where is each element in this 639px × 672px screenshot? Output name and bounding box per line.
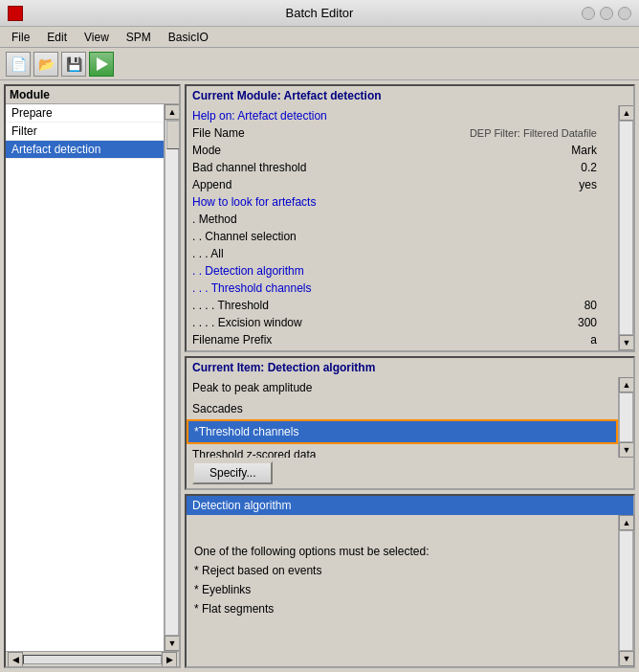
menu-basicio[interactable]: BasicIO — [161, 29, 216, 46]
title-bar: Batch Editor — [0, 0, 639, 27]
save-button[interactable]: 💾 — [61, 52, 86, 77]
module-item-artefect[interactable]: Artefact detection — [6, 141, 164, 159]
current-item-panel: Current Item: Detection algorithm Peak t… — [185, 356, 635, 490]
hscroll-left[interactable]: ◀ — [8, 652, 23, 667]
bottom-line-4: * Eyeblinks — [194, 582, 610, 597]
bottom-line-1 — [194, 525, 610, 540]
item-scroll-up[interactable]: ▲ — [619, 377, 633, 392]
close-button[interactable] — [618, 7, 631, 20]
menu-spm[interactable]: SPM — [119, 29, 159, 46]
module-hscroll: ◀ ▶ — [6, 651, 179, 666]
tree-row-bad-channel: Bad channel threshold 0.2 — [190, 159, 599, 176]
module-scroll-track[interactable] — [165, 120, 179, 636]
run-button[interactable] — [89, 52, 114, 77]
module-scroll-up[interactable]: ▲ — [165, 104, 179, 120]
module-item-prepare[interactable]: Prepare — [6, 104, 164, 123]
bottom-panel-header: Detection algorithm — [187, 496, 633, 515]
module-list-area: Prepare Filter Artefact detection ▲ ▼ — [6, 104, 179, 651]
maximize-button[interactable] — [600, 7, 613, 20]
item-list: Peak to peak amplitude Saccades *Thresho… — [187, 377, 618, 458]
item-threshold-channels[interactable]: *Threshold channels — [187, 419, 618, 444]
menu-view[interactable]: View — [77, 29, 117, 46]
left-panel: Module Prepare Filter Artefact detection… — [4, 84, 181, 668]
hscroll-track[interactable] — [23, 655, 162, 664]
module-item-filter[interactable]: Filter — [6, 123, 164, 141]
item-scroll-track[interactable] — [619, 392, 633, 442]
bottom-panel: Detection algorithm One of the following… — [185, 494, 635, 668]
minimize-button[interactable] — [582, 7, 595, 20]
item-peak[interactable]: Peak to peak amplitude — [187, 377, 618, 398]
bottom-scroll-area: One of the following options must be sel… — [187, 515, 633, 666]
window-controls — [582, 7, 631, 20]
bottom-content: One of the following options must be sel… — [187, 515, 618, 666]
current-module-header: Current Module: Artefact detection — [187, 86, 633, 105]
menu-edit[interactable]: Edit — [39, 29, 75, 46]
tree-row-filename: File Name DEP Filter: Filtered Datafile — [190, 124, 599, 142]
current-module-panel: Current Module: Artefact detection Help … — [185, 84, 635, 352]
item-threshold-z[interactable]: Threshold z-scored data — [187, 444, 618, 458]
item-list-vscroll: ▲ ▼ — [618, 377, 633, 458]
bottom-scroll-down[interactable]: ▼ — [619, 651, 634, 666]
tree-row-channel-sel: . . Channel selection — [190, 228, 599, 245]
main-area: Module Prepare Filter Artefact detection… — [0, 80, 639, 672]
tree-row-help: Help on: Artefact detection — [190, 107, 599, 124]
module-tree-vscroll: ▲ ▼ — [618, 105, 633, 350]
tree-row-detect-algo: . . Detection algorithm — [190, 262, 599, 280]
new-button[interactable]: 📄 — [6, 52, 31, 77]
save-icon: 💾 — [66, 56, 82, 72]
specify-row: Specify... — [187, 458, 633, 488]
module-vscroll: ▲ ▼ — [164, 104, 179, 651]
module-panel: Module Prepare Filter Artefact detection… — [4, 84, 181, 668]
tree-row-prefix: Filename Prefix a — [190, 331, 599, 348]
bottom-line-2: One of the following options must be sel… — [194, 544, 610, 559]
tree-scroll-down[interactable]: ▼ — [619, 335, 633, 350]
current-item-header: Current Item: Detection algorithm — [187, 358, 633, 377]
toolbar: 📄 📂 💾 — [0, 48, 639, 80]
bottom-line-3: * Reject based on events — [194, 563, 610, 578]
tree-row-threshold: . . . . Threshold 80 — [190, 297, 599, 314]
menu-bar: File Edit View SPM BasicIO — [0, 27, 639, 48]
open-button[interactable]: 📂 — [33, 52, 58, 77]
right-panel: Current Module: Artefact detection Help … — [185, 84, 635, 668]
tree-row-method: . Method — [190, 211, 599, 228]
module-scroll-thumb[interactable] — [166, 121, 179, 149]
module-list: Prepare Filter Artefact detection — [6, 104, 164, 651]
tree-area: Help on: Artefact detection File Name DE… — [187, 105, 618, 350]
tree-row-mode: Mode Mark — [190, 142, 599, 159]
app-icon — [8, 6, 23, 21]
run-icon — [97, 57, 108, 71]
bottom-vscroll: ▲ ▼ — [618, 515, 633, 666]
specify-button[interactable]: Specify... — [192, 461, 273, 484]
tree-row-all: . . . All — [190, 245, 599, 262]
item-scroll-down[interactable]: ▼ — [619, 442, 633, 458]
bottom-scroll-up[interactable]: ▲ — [619, 515, 634, 530]
new-icon: 📄 — [11, 56, 27, 72]
hscroll-right[interactable]: ▶ — [162, 652, 177, 667]
item-saccades[interactable]: Saccades — [187, 398, 618, 419]
tree-scroll-up[interactable]: ▲ — [619, 105, 633, 121]
bottom-line-5: * Flat segments — [194, 601, 610, 616]
tree-row-excision: . . . . Excision window 300 — [190, 314, 599, 331]
item-list-area: Peak to peak amplitude Saccades *Thresho… — [187, 377, 633, 458]
tree-row-append: Append yes — [190, 176, 599, 193]
tree-row-thresh-channels: . . . Threshold channels — [190, 280, 599, 297]
open-icon: 📂 — [38, 56, 55, 72]
bottom-scroll-track[interactable] — [619, 530, 633, 651]
module-scroll-down[interactable]: ▼ — [165, 636, 179, 651]
module-header: Module — [6, 86, 179, 104]
tree-row-how-to-look: How to look for artefacts — [190, 193, 599, 211]
tree-scroll-track[interactable] — [619, 121, 633, 335]
window-title: Batch Editor — [286, 6, 354, 20]
menu-file[interactable]: File — [4, 29, 37, 46]
current-module-content: Help on: Artefact detection File Name DE… — [187, 105, 633, 350]
